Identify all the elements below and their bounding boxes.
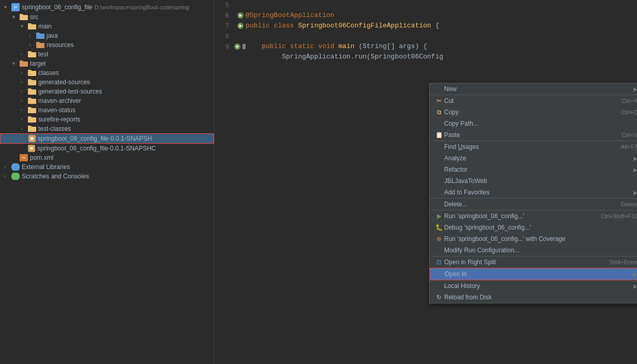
line-content-8 (246, 31, 637, 41)
line-content-7: public class Springboot06ConfigFileAppli… (246, 21, 637, 31)
menu-label-cut: Cut (444, 97, 613, 104)
line-number-9: 9 (215, 41, 235, 52)
folder-icon-generated-test-sources (28, 88, 36, 95)
folder-icon-src (20, 14, 28, 20)
gutter-6 (235, 12, 246, 19)
tree-item-generated-sources[interactable]: generated-sources (0, 78, 214, 87)
folder-icon-maven-archiver (28, 98, 36, 104)
editor-line-5: 5 (215, 0, 637, 10)
maven-status-label: maven-status (38, 107, 75, 114)
pom-xml-label: pom.xml (30, 154, 53, 161)
menu-item-open-in[interactable]: Open In ▶ Explorer File Path Ctrl+Alt+F1… (430, 268, 637, 280)
line-number-7: 7 (215, 21, 235, 31)
menu-shortcut-run: Ctrl+Shift+F10 (601, 213, 637, 219)
tree-item-maven-status[interactable]: maven-status (0, 105, 214, 115)
tree-item-test[interactable]: test (0, 50, 214, 59)
tree-item-java[interactable]: java (0, 31, 214, 40)
menu-item-run[interactable]: ▶ Run 'springboot_06_config...' Ctrl+Shi… (430, 210, 637, 222)
menu-label-paste: Paste (444, 131, 613, 139)
menu-item-modify-run[interactable]: Modify Run Configuration... (430, 245, 637, 256)
menu-shortcut-cut: Ctrl+X (621, 98, 637, 104)
tree-item-pom-xml[interactable]: m pom.xml (0, 153, 214, 162)
tree-item-jar-selected[interactable]: ▣ springboot_06_config_file-0.0.1-SNAPSH (0, 133, 214, 144)
kw-static: static (290, 42, 318, 50)
menu-shortcut-delete: Delete (621, 201, 637, 207)
menu-icon-reload-disk: ↻ (434, 294, 444, 301)
tree-item-surefire-reports[interactable]: surefire-reports (0, 115, 214, 124)
menu-item-cut[interactable]: ✂ Cut Ctrl+X (430, 95, 637, 107)
arrow-surefire-reports (21, 116, 27, 123)
maven-icon: m (20, 154, 28, 161)
menu-item-copy[interactable]: ⧉ Copy Ctrl+C (430, 107, 637, 118)
line-content-9: public static void main (String[] args) … (246, 41, 637, 52)
menu-item-debug[interactable]: 🐛 Debug 'springboot_06_config...' (430, 222, 637, 233)
arrow-test-classes (21, 126, 27, 132)
maven-archiver-label: maven-archiver (38, 97, 81, 104)
tree-item-generated-test-sources[interactable]: generated-test-sources (0, 87, 214, 96)
run-gutter-icons-9 (234, 43, 247, 50)
tree-item-target[interactable]: target (0, 59, 214, 68)
menu-item-copy-path[interactable]: Copy Path... (430, 118, 637, 129)
test-label: test (38, 51, 48, 58)
generated-sources-label: generated-sources (38, 79, 90, 86)
line-content-5 (246, 0, 637, 10)
context-menu: New ▶ ✂ Cut Ctrl+X ⧉ Copy Ctrl+C Copy Pa… (429, 83, 637, 304)
tree-item-main[interactable]: main (0, 22, 214, 31)
menu-item-reload-disk[interactable]: ↻ Reload from Disk (430, 292, 637, 303)
run-icon-9[interactable] (234, 43, 240, 50)
spring-app-run: SpringApplication.run(Springboot06Config (278, 53, 443, 60)
arrow-resources (29, 42, 35, 48)
menu-item-find-usages[interactable]: Find Usages Alt+F7 (430, 141, 637, 153)
annotation-text: @SpringBootApplication (246, 11, 335, 19)
run-gutter-7[interactable] (237, 23, 244, 29)
menu-shortcut-copy: Ctrl+C (621, 109, 637, 115)
menu-icon-paste: 📋 (434, 131, 444, 139)
target-label: target (30, 60, 46, 67)
jar-icon2: ▣ (28, 145, 35, 152)
tree-item-external-libraries[interactable]: External Libraries (0, 162, 214, 172)
menu-item-run-coverage[interactable]: ⊕ Run 'springboot_06_config...' with Cov… (430, 233, 637, 245)
menu-arrow-local-history: ▶ (633, 283, 637, 289)
arrow-maven-archiver (21, 98, 27, 104)
menu-item-local-history[interactable]: Local History ▶ (430, 280, 637, 292)
menu-item-jbl[interactable]: JBLJavaToWeb (430, 175, 637, 187)
tree-item-scratches[interactable]: Scratches and Consoles (0, 172, 214, 181)
menu-item-paste[interactable]: 📋 Paste Ctrl+V (430, 129, 637, 141)
arrow-src (12, 14, 19, 20)
menu-arrow-open-in: ▶ (633, 271, 637, 277)
folder-icon-resources (36, 42, 44, 48)
tree-item-resources[interactable]: resources (0, 40, 214, 50)
arrow-maven-status (21, 107, 27, 113)
tree-item-jar2[interactable]: ▣ springboot_06_config_file-0.0.1-SNAPSH… (0, 144, 214, 153)
main-label: main (38, 23, 52, 30)
folder-icon-target (20, 60, 28, 67)
editor-line-10: SpringApplication.run(Springboot06Config (215, 52, 637, 62)
tree-item-test-classes[interactable]: test-classes (0, 124, 214, 133)
menu-label-add-favorites: Add to Favorites (444, 189, 631, 196)
menu-item-refactor[interactable]: Refactor ▶ (430, 164, 637, 175)
arrow-external-libraries (4, 164, 10, 170)
menu-item-analyze[interactable]: Analyze ▶ (430, 153, 637, 164)
tree-item-classes[interactable]: classes (0, 68, 214, 78)
menu-item-add-favorites[interactable]: Add to Favorites ▶ (430, 187, 637, 198)
menu-item-new[interactable]: New ▶ (430, 83, 637, 95)
resources-label: resources (47, 41, 74, 49)
line-content-10: SpringApplication.run(Springboot06Config (246, 52, 637, 62)
src-label: src (30, 13, 38, 21)
tree-item-project-root[interactable]: P springboot_06_config_file D:\workspace… (0, 2, 214, 12)
menu-item-delete[interactable]: Delete... Delete (430, 198, 637, 210)
menu-label-open-in: Open In (445, 270, 631, 278)
external-libraries-label: External Libraries (22, 163, 70, 171)
folder-icon-surefire-reports (28, 116, 36, 123)
tree-item-maven-archiver[interactable]: maven-archiver (0, 96, 214, 105)
line-number-6: 6 (215, 10, 235, 21)
menu-arrow-add-favorites: ▶ (633, 190, 637, 195)
menu-item-open-right-split[interactable]: ⊡ Open in Right Split Shift+Enter (430, 256, 637, 268)
gutter-9 (235, 43, 246, 50)
run-gutter-6[interactable] (237, 12, 244, 19)
jar-selected-label: springboot_06_config_file-0.0.1-SNAPSH (38, 135, 152, 142)
jar-icon-selected: ▣ (28, 135, 36, 142)
tree-item-src[interactable]: src (0, 12, 214, 22)
project-root-label: springboot_06_config_file (22, 4, 93, 11)
menu-label-find-usages: Find Usages (444, 143, 613, 150)
